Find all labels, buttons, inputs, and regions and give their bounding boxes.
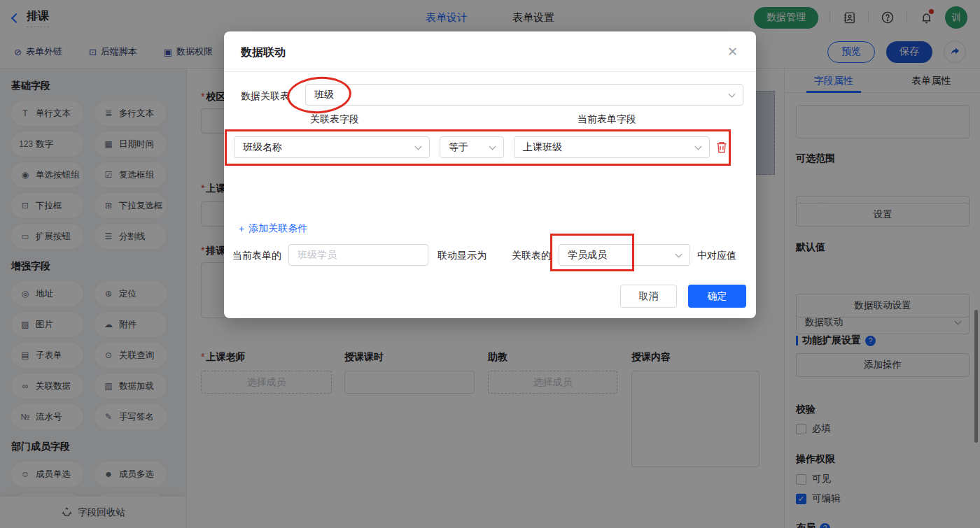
chevron-down-icon	[676, 250, 682, 257]
mapping-field-input[interactable]: 班级学员	[288, 244, 428, 266]
mapping-suffix-label: 中对应值	[697, 250, 736, 262]
mapping-relation-label: 关联表的	[512, 250, 551, 262]
modal-close-icon[interactable]: ✕	[727, 44, 738, 59]
data-linkage-modal: 数据联动 ✕ 数据关联表 班级 关联表字段 当前表单字段 班级名称 等于 上课班…	[224, 31, 756, 318]
condition-operator-select[interactable]: 等于	[440, 136, 504, 158]
mapping-prefix-label: 当前表单的	[232, 250, 281, 262]
cancel-button[interactable]: 取消	[620, 285, 677, 308]
mapping-middle-label: 联动显示为	[438, 250, 486, 262]
chevron-down-icon	[415, 143, 422, 150]
add-condition-link[interactable]: + 添加关联条件	[239, 222, 307, 235]
relation-table-label: 数据关联表	[241, 90, 290, 103]
condition-field-value: 班级名称	[243, 141, 282, 154]
plus-icon: +	[239, 223, 244, 234]
relation-table-select[interactable]: 班级	[305, 84, 743, 106]
chevron-down-icon	[695, 143, 702, 150]
mapping-relation-field-value: 学员成员	[568, 249, 607, 262]
relation-table-value: 班级	[314, 89, 334, 101]
condition-target-select[interactable]: 上课班级	[514, 136, 710, 158]
chevron-down-icon	[489, 143, 496, 150]
condition-target-value: 上课班级	[523, 141, 562, 154]
add-condition-label: 添加关联条件	[248, 222, 307, 235]
column-header-right: 当前表单字段	[578, 113, 636, 126]
column-header-left: 关联表字段	[310, 113, 359, 126]
condition-field-select[interactable]: 班级名称	[234, 136, 430, 158]
mapping-relation-field-select[interactable]: 学员成员	[559, 244, 690, 266]
chevron-down-icon	[729, 90, 736, 97]
confirm-button[interactable]: 确定	[688, 285, 746, 308]
delete-condition-icon[interactable]	[715, 141, 728, 157]
condition-operator-value: 等于	[449, 141, 468, 154]
modal-title: 数据联动	[241, 45, 286, 60]
mapping-field-placeholder: 班级学员	[298, 249, 337, 262]
divider	[224, 71, 756, 72]
